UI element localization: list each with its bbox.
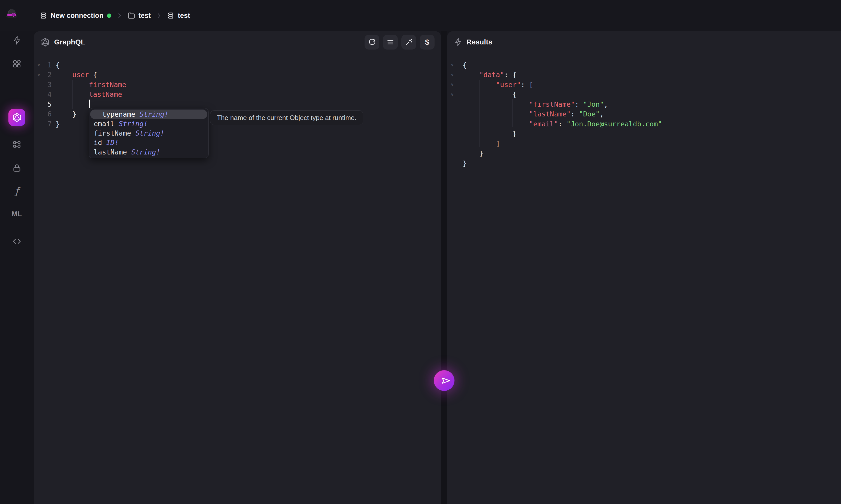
sidebar-item-graphql[interactable] [8,109,25,126]
autocomplete-doc-tooltip: The name of the current Object type at r… [210,110,363,125]
editor-line[interactable]: ∨2 user { [34,70,441,80]
indent-guide [512,99,513,127]
breadcrumb-connection[interactable]: New connection [40,12,111,20]
database-name: test [178,12,190,20]
database-icon [167,12,174,19]
prettify-button[interactable] [401,35,416,50]
autocomplete-item[interactable]: id ID! [90,138,207,147]
code-icon [12,237,21,246]
lines-icon [387,38,394,46]
run-query-fab[interactable] [434,370,454,391]
result-line: "email": "Jon.Doe@surrealdb.com" [447,119,841,129]
sidebar-divider [8,227,26,227]
fold-chevron-icon[interactable]: ∨ [449,82,455,87]
fold-chevron-icon[interactable]: ∨ [449,92,455,97]
fold-chevron-icon[interactable]: ∨ [449,72,455,77]
sidebar-item-explorer[interactable] [8,55,25,72]
breadcrumb-database[interactable]: test [167,12,190,20]
run-query-button[interactable] [365,35,379,50]
autocomplete-item[interactable]: lastName String! [90,147,207,157]
breadcrumb-namespace[interactable]: test [128,12,151,20]
code-text: "firstName": "Jon", [463,100,608,108]
sidebar-item-api-docs[interactable] [8,233,25,250]
code-text: } [463,159,467,167]
result-line: ∨ "user": [ [447,80,841,90]
code-text: firstName [56,81,126,89]
database-icon [40,12,47,19]
code-text: "data": { [463,71,516,79]
top-bar: New connection test test [0,0,841,31]
refresh-icon [368,38,376,46]
code-text: } [463,149,483,157]
connection-name: New connection [51,12,103,20]
variables-button[interactable]: $ [420,35,435,50]
autocomplete-popup: __typename String!email String!firstName… [89,108,209,158]
field-name: id [94,139,106,147]
breadcrumb: New connection test test [40,0,190,31]
line-number: 5 [42,100,52,108]
results-panel-header: Results [447,31,841,53]
panel-resizer[interactable] [441,31,447,504]
panel-title: GraphQL [54,38,85,46]
indent-guide [72,80,73,109]
code-text: user { [56,71,97,79]
fold-chevron-icon[interactable]: ∨ [36,72,42,77]
graphql-icon [40,37,50,47]
result-line: } [447,149,841,159]
field-name: firstName [94,129,135,137]
indent-guide [496,89,496,137]
code-text: lastName [56,90,122,98]
chevron-right-icon [116,12,123,19]
sidebar-item-designer[interactable] [8,136,25,153]
sidebar-divider [8,132,26,132]
results-panel: Results ∨{∨ "data": {∨ "user": [∨ { "fir… [447,31,841,504]
field-type: String! [131,148,160,156]
line-number: 1 [42,61,52,69]
wand-icon [405,38,413,46]
field-name: lastName [94,148,131,156]
line-number: 3 [42,81,52,89]
namespace-name: test [138,12,151,20]
editor-line[interactable]: 3 firstName [34,80,441,90]
autocomplete-item[interactable]: email String! [90,119,207,128]
sidebar-item-query[interactable] [8,32,25,49]
field-type: String! [119,120,148,128]
field-type: String! [139,110,169,118]
line-number: 2 [42,71,52,79]
code-text: } [56,110,76,118]
chevron-right-icon [155,12,163,19]
nodes-icon [12,140,21,149]
line-number: 4 [42,90,52,98]
field-type: String! [135,129,164,137]
autocomplete-item[interactable]: __typename String! [90,110,207,119]
graphql-panel: GraphQL $ ∨1{∨2 user {3 firstName4 lastN… [34,31,441,504]
dollar-icon: $ [425,38,430,47]
folder-icon [128,12,135,19]
editor-line[interactable]: 4 lastName [34,90,441,100]
sidebar-item-models[interactable]: ML [8,205,25,222]
text-cursor [89,100,90,108]
field-name: email [94,120,119,128]
fold-chevron-icon[interactable]: ∨ [449,62,455,67]
code-text: } [56,120,60,128]
lightning-icon [12,36,21,45]
sidebar-item-functions[interactable]: ƒ [8,183,25,199]
fold-chevron-icon[interactable]: ∨ [36,62,42,67]
result-line: ] [447,139,841,149]
editor-line[interactable]: 5 [34,99,441,109]
code-text: { [463,61,467,69]
code-text [56,100,90,109]
line-number: 7 [42,120,52,128]
line-number: 6 [42,110,52,118]
surrealist-logo[interactable] [5,6,18,19]
format-query-button[interactable] [383,35,398,50]
result-line: ∨{ [447,60,841,70]
code-text: "lastName": "Doe", [463,110,604,118]
autocomplete-item[interactable]: firstName String! [90,128,207,138]
sidebar-item-authentication[interactable] [8,160,25,176]
panel-title: Results [467,38,492,46]
indent-guide [479,80,479,147]
field-name: __typename [94,110,139,118]
result-line: "lastName": "Doe", [447,109,841,119]
editor-line[interactable]: ∨1{ [34,60,441,70]
